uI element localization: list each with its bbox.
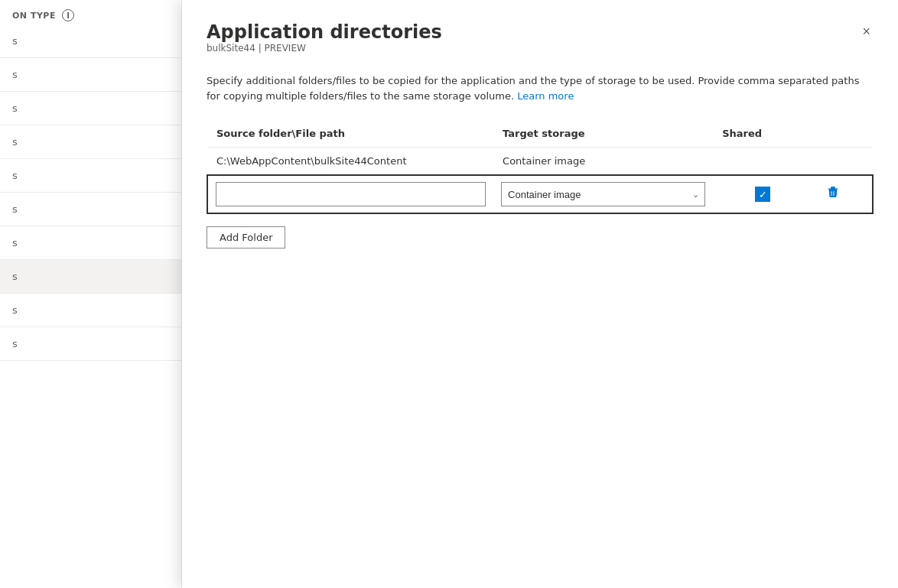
header-source: Source folder\File path [207,122,493,148]
sidebar-item-10[interactable]: s [0,327,181,361]
description-text: Specify additional folders/files to be c… [207,73,874,103]
shared-checkbox[interactable] [755,187,770,202]
directory-table: Source folder\File path Target storage S… [207,122,874,214]
edit-row: Container image Azure Files Azure Blob S… [207,175,873,213]
add-folder-button[interactable]: Add Folder [207,226,285,249]
source-folder-input[interactable] [216,182,486,206]
delete-row-button[interactable] [821,184,845,205]
sidebar-item-6[interactable]: s [0,193,181,226]
header-shared: Shared [713,122,813,148]
sidebar-item-1[interactable]: s [0,24,181,58]
header-target: Target storage [493,122,713,148]
row-actions [813,148,873,176]
modal-title-section: Application directories bulkSite44 | PRE… [207,21,442,69]
close-button[interactable]: × [859,21,874,41]
row-target: Container image [493,148,713,176]
sidebar-item-4[interactable]: s [0,125,181,159]
trash-icon [827,187,839,199]
edit-target-cell: Container image Azure Files Azure Blob S… [493,175,713,213]
sidebar-item-5[interactable]: s [0,159,181,193]
modal-title: Application directories [207,21,442,43]
sidebar-section-header: on type i [0,0,181,24]
table-row: C:\WebAppContent\bulkSite44Content Conta… [207,148,873,176]
modal-subtitle: bulkSite44 | PREVIEW [207,43,442,54]
edit-shared-cell [713,175,813,213]
sidebar-item-7[interactable]: s [0,226,181,260]
modal-header: Application directories bulkSite44 | PRE… [207,21,874,69]
info-icon: i [62,9,74,21]
sidebar: on type i s s s s s s s s s s [0,0,182,588]
edit-delete-cell [813,175,873,213]
sidebar-item-3[interactable]: s [0,92,181,125]
edit-source-cell [207,175,493,213]
header-actions [813,122,873,148]
learn-more-link[interactable]: Learn more [517,90,574,102]
sidebar-item-2[interactable]: s [0,58,181,92]
sidebar-item-9[interactable]: s [0,294,181,327]
row-source: C:\WebAppContent\bulkSite44Content [207,148,493,176]
target-storage-select[interactable]: Container image Azure Files Azure Blob S… [501,182,705,206]
modal-panel: Application directories bulkSite44 | PRE… [182,0,898,588]
row-shared [713,148,813,176]
table-header-row: Source folder\File path Target storage S… [207,122,873,148]
target-storage-dropdown-wrapper: Container image Azure Files Azure Blob S… [501,182,705,206]
sidebar-item-8[interactable]: s [0,260,181,294]
